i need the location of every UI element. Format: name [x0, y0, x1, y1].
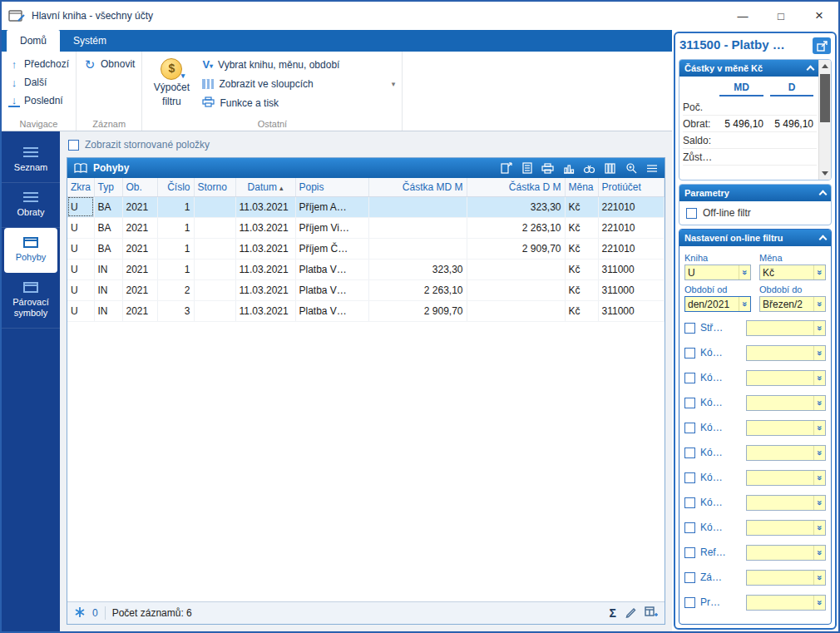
table-cell[interactable]: 2 909,70: [467, 238, 565, 259]
table-cell[interactable]: BA: [94, 217, 122, 238]
dropdown-button[interactable]: [813, 371, 825, 385]
mena-field[interactable]: Kč: [759, 265, 826, 280]
sum-icon[interactable]: Σ: [610, 606, 616, 620]
table-cell[interactable]: 2021: [122, 217, 157, 238]
table-cell[interactable]: [194, 238, 235, 259]
filter-checkbox[interactable]: [684, 348, 695, 359]
dropdown-button[interactable]: [739, 265, 750, 279]
table-cell[interactable]: 221010: [598, 217, 665, 238]
edit-icon[interactable]: [625, 606, 636, 621]
col-mena[interactable]: Měna: [565, 178, 598, 196]
dropdown-button[interactable]: [813, 546, 825, 560]
table-cell[interactable]: 311000: [598, 279, 665, 300]
tab-system[interactable]: Systém: [60, 30, 120, 52]
tab-domu[interactable]: Domů: [7, 30, 60, 52]
scrollbar[interactable]: [818, 60, 831, 180]
table-cell[interactable]: 2 909,70: [368, 300, 467, 321]
col-protiucet[interactable]: Protiúčet: [598, 178, 665, 196]
dropdown-button[interactable]: [813, 297, 825, 311]
filter-value-field[interactable]: [746, 445, 826, 461]
sidebar-item-seznam[interactable]: Seznam: [2, 138, 60, 183]
table-cell[interactable]: [467, 259, 565, 279]
col-storno[interactable]: Storno: [194, 178, 235, 196]
table-cell[interactable]: U: [67, 300, 94, 321]
dropdown-button[interactable]: [813, 496, 825, 510]
filter-value-field[interactable]: [746, 470, 826, 486]
scrollbar-thumb[interactable]: [820, 74, 830, 122]
table-row[interactable]: UBA2021111.03.2021Příjem Vi…2 263,10Kč22…: [67, 217, 665, 238]
minimize-button[interactable]: —: [724, 2, 762, 30]
filter-value-field[interactable]: [746, 595, 826, 611]
add-record-icon[interactable]: [645, 606, 658, 621]
dropdown-button[interactable]: [813, 471, 825, 485]
table-cell[interactable]: 11.03.2021: [235, 196, 295, 217]
menu-icon[interactable]: [644, 161, 660, 176]
table-cell[interactable]: [368, 196, 467, 217]
table-cell[interactable]: U: [67, 279, 94, 300]
filter-value-field[interactable]: [746, 395, 826, 411]
table-cell[interactable]: 1: [157, 217, 194, 238]
table-cell[interactable]: Příjem A…: [295, 196, 368, 217]
scroll-down-button[interactable]: [819, 167, 831, 180]
table-cell[interactable]: 1: [157, 196, 194, 217]
table-cell[interactable]: IN: [94, 279, 122, 300]
filter-checkbox[interactable]: [684, 522, 695, 533]
table-cell[interactable]: [467, 279, 565, 300]
table-cell[interactable]: IN: [94, 259, 122, 279]
chevron-down-icon[interactable]: ▾: [392, 80, 396, 88]
scroll-up-button[interactable]: [819, 60, 831, 72]
funkce-tisk-button[interactable]: Funkce a tisk: [202, 93, 395, 112]
table-cell[interactable]: 3: [157, 300, 194, 321]
filter-checkbox[interactable]: [684, 448, 695, 458]
close-button[interactable]: ×: [800, 2, 838, 30]
table-cell[interactable]: Kč: [565, 217, 598, 238]
table-row[interactable]: UIN2021311.03.2021Platba V…2 909,70Kč311…: [67, 300, 665, 321]
table-cell[interactable]: [194, 300, 235, 321]
dropdown-button[interactable]: [813, 346, 825, 360]
col-castka-d[interactable]: Částka D M: [467, 178, 565, 196]
table-cell[interactable]: 1: [157, 259, 194, 279]
table-cell[interactable]: 311000: [598, 300, 665, 321]
table-cell[interactable]: 2 263,10: [368, 279, 467, 300]
col-castka-md[interactable]: Částka MD M: [368, 178, 467, 196]
table-cell[interactable]: 2: [157, 279, 194, 300]
filter-checkbox[interactable]: [684, 547, 695, 558]
table-cell[interactable]: 323,30: [368, 259, 467, 279]
table-cell[interactable]: [194, 259, 235, 279]
table-cell[interactable]: 323,30: [467, 196, 565, 217]
filter-value-field[interactable]: [746, 370, 826, 386]
table-cell[interactable]: IN: [94, 300, 122, 321]
storno-checkbox-row[interactable]: Zobrazit stornované položky: [68, 139, 664, 151]
table-cell[interactable]: 221010: [598, 196, 665, 217]
offline-filter-checkbox[interactable]: [686, 208, 697, 219]
table-cell[interactable]: [194, 279, 235, 300]
table-cell[interactable]: Kč: [565, 238, 598, 259]
table-row[interactable]: UIN2021111.03.2021Platba V…323,30Kč31100…: [67, 259, 665, 279]
online-filter-header[interactable]: Nastavení on-line filtru: [679, 230, 831, 246]
obnovit-button[interactable]: ↻ Obnovit: [83, 55, 135, 73]
zoom-icon[interactable]: [623, 161, 639, 176]
filter-checkbox[interactable]: [684, 423, 695, 433]
storno-checkbox[interactable]: [68, 140, 79, 151]
col-ob[interactable]: Ob.: [122, 178, 157, 196]
dropdown-button[interactable]: [813, 571, 825, 585]
dropdown-button[interactable]: [813, 521, 825, 535]
obdobi-do-field[interactable]: Březen/2: [759, 296, 826, 312]
table-cell[interactable]: 1: [157, 238, 194, 259]
table-cell[interactable]: BA: [94, 238, 122, 259]
filter-value-field[interactable]: [746, 520, 826, 536]
collapse-icon[interactable]: [807, 66, 815, 74]
filter-checkbox[interactable]: [684, 597, 695, 608]
table-cell[interactable]: U: [67, 217, 94, 238]
filter-value-field[interactable]: [746, 545, 826, 561]
filter-value-field[interactable]: [746, 570, 826, 586]
table-cell[interactable]: Kč: [565, 300, 598, 321]
table-cell[interactable]: [194, 196, 235, 217]
table-cell[interactable]: [194, 217, 235, 238]
table-cell[interactable]: Platba V…: [295, 259, 368, 279]
table-cell[interactable]: [368, 217, 467, 238]
castky-section-header[interactable]: Částky v měně Kč: [679, 60, 818, 77]
filter-value-field[interactable]: [746, 495, 826, 511]
table-cell[interactable]: U: [67, 238, 94, 259]
table-cell[interactable]: 2 263,10: [467, 217, 565, 238]
